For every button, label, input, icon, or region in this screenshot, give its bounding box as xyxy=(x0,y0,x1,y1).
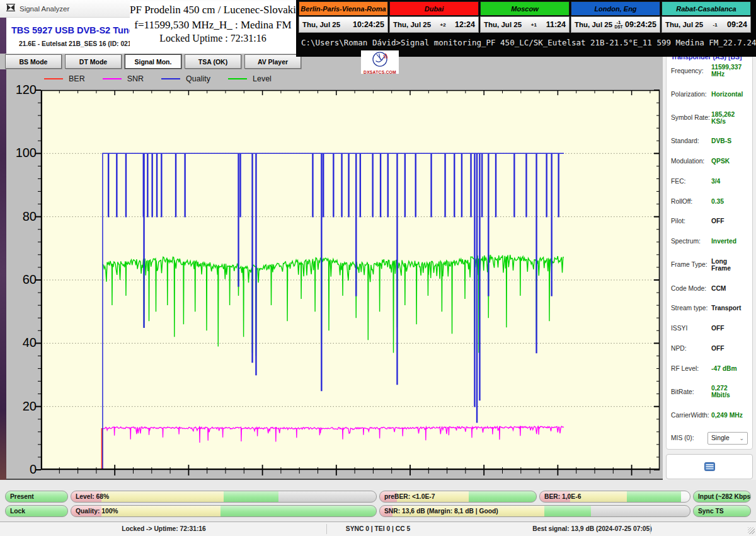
signal-bar-input-282-kbps-: Input (~282 Kbps) xyxy=(693,491,751,503)
tab-dt-mode[interactable]: DT Mode xyxy=(65,54,122,69)
dish-info-overlay: PF Prodelin 450 cm / Lucenec-Slovakia f=… xyxy=(130,1,296,54)
legend-label: BER xyxy=(69,74,85,83)
transponder-row: Modulation:QPSK xyxy=(671,158,748,165)
clock-city: Moscow xyxy=(480,1,570,16)
signal-plot xyxy=(41,90,660,470)
transponder-row-label: RF Level: xyxy=(671,365,699,372)
transponder-row-value: Inverted xyxy=(711,238,748,245)
transponder-list-button[interactable] xyxy=(666,454,753,479)
signal-bar-present: Present xyxy=(5,491,68,503)
legend-line xyxy=(44,78,63,79)
transponder-rows: Frequency:11599,337 MHzPolarization:Hori… xyxy=(671,64,748,445)
statusbar-best-signal: Best signal: 13,9 dB (2024-07-25 07:05) xyxy=(532,525,651,532)
console-line: C:\Users\Roman Dávid>Signal monitoring_P… xyxy=(301,38,756,47)
transponder-row-label: NPD: xyxy=(671,345,687,352)
clock-offset-dst: DST xyxy=(615,25,623,29)
legend-item: SNR xyxy=(103,74,144,83)
transponder-row-value: 3/4 xyxy=(711,178,748,185)
legend-item: Quality xyxy=(161,74,210,83)
transponder-row-label: Standard: xyxy=(671,137,699,144)
locked-uptime-line: Locked Uptime : 72:31:16 xyxy=(130,33,296,44)
clock-city-label: Dubai xyxy=(425,5,444,13)
transponder-row: Polarization:Horizontal xyxy=(671,91,748,98)
signal-bar-label: Quality: 100% xyxy=(76,508,118,515)
resize-grip[interactable] xyxy=(748,527,755,534)
y-tick-label: 20 xyxy=(6,399,37,414)
transponder-row: Frame Type:Long Frame xyxy=(671,258,748,272)
transponder-row-label: Frame Type: xyxy=(671,261,707,268)
transponder-row-value: Transport xyxy=(711,305,748,312)
clock-3: London, EngThu, Jul 25-1DST09:24:25 xyxy=(571,1,660,33)
clock-city-label: Moscow xyxy=(511,5,538,13)
transponder-row-value: 185,262 KS/s xyxy=(711,111,748,125)
clock-0: Berlin-Paris-Vienna-RomaThu, Jul 2510:24… xyxy=(299,1,388,33)
statusbar-uptime: Locked -> Uptime: 72:31:16 xyxy=(122,525,206,532)
chart-legend: BERSNRQualityLevel xyxy=(44,74,272,83)
transponder-row: Frequency:11599,337 MHz xyxy=(671,64,748,78)
chevron-down-icon: ⌄ xyxy=(739,435,744,441)
legend-item: Level xyxy=(228,74,272,83)
clock-1: DubaiThu, Jul 25+212:24 xyxy=(389,1,479,33)
transponder-row: RollOff:0.35 xyxy=(671,198,748,205)
legend-line xyxy=(103,78,122,79)
signal-bar-sync-ts: Sync TS xyxy=(693,505,751,517)
tab-signal-mon-[interactable]: Signal Mon. xyxy=(125,54,181,69)
mis-select[interactable]: Single⌄ xyxy=(707,432,748,445)
clock-date: Thu, Jul 25 xyxy=(575,21,612,28)
legend-line xyxy=(161,78,180,79)
clock-date: Thu, Jul 25 xyxy=(484,21,522,28)
transponder-row-value: OFF xyxy=(711,218,748,224)
legend-item: BER xyxy=(44,74,85,83)
transponder-row-label: BitRate: xyxy=(671,388,694,395)
transponder-row-value: 11599,337 MHz xyxy=(711,64,748,78)
frequency-line: f=11599,530 MHz_H_ : Medina FM xyxy=(130,19,296,32)
transponder-row-label: RollOff: xyxy=(671,198,692,205)
legend-label: Quality xyxy=(186,74,210,83)
y-tick-label: 80 xyxy=(6,209,37,224)
transponder-row: FEC:3/4 xyxy=(671,178,748,185)
signal-bar-label: Input (~282 Kbps) xyxy=(698,493,751,500)
transponder-row: Code Mode:CCM xyxy=(671,285,748,292)
chart-area: BERSNRQualityLevel 020406080100120 xyxy=(6,69,663,480)
signal-bar-label: SNR: 13,6 dB (Margin: 8,1 dB | Good) xyxy=(384,508,498,515)
signal-bar-ber: BER: 1,0E-6 xyxy=(539,491,690,503)
legend-label: Level xyxy=(253,74,272,83)
clock-city: Berlin-Paris-Vienna-Roma xyxy=(299,1,388,16)
transponder-row-value: Horizontal xyxy=(711,91,748,98)
clock-time: 10:24:25 xyxy=(353,20,384,29)
clock-time-row: Thu, Jul 25+111:24 xyxy=(480,16,570,33)
legend-line xyxy=(228,78,247,79)
mis-row: MIS (0):Single⌄ xyxy=(671,432,748,445)
y-tick-label: 100 xyxy=(6,146,37,160)
transponder-row-value: 0.35 xyxy=(711,198,748,205)
transponder-row: Stream type:Transport xyxy=(671,305,748,312)
signal-bar-label: Level: 68% xyxy=(76,493,109,500)
satellite-dish-icon xyxy=(372,51,388,67)
tab-bs-mode[interactable]: BS Mode xyxy=(5,54,62,69)
list-icon xyxy=(704,462,715,471)
signal-bar-label: BER: 1,0E-6 xyxy=(544,493,581,500)
window-left-border xyxy=(0,18,6,480)
transponder-row-value: OFF xyxy=(711,345,748,352)
transponder-row: ISSYIOFF xyxy=(671,325,748,332)
transponder-row-label: ISSYI xyxy=(671,325,687,332)
tab-tsa-ok-[interactable]: TSA (OK) xyxy=(185,54,241,69)
clock-utc-offset: +1 xyxy=(531,23,537,27)
clock-time-row: Thu, Jul 25-1DST09:24:25 xyxy=(571,16,660,33)
clock-time: 12:24 xyxy=(455,20,475,29)
signal-bar-label: preBER: <1.0E-7 xyxy=(384,493,435,500)
transponder-row-value: -47 dBm xyxy=(711,365,748,372)
transponder-row-label: Frequency: xyxy=(671,67,704,74)
transponder-row: Standard:DVB-S xyxy=(671,137,748,144)
signal-status-bars: PresentLevel: 68%preBER: <1.0E-7BER: 1,0… xyxy=(0,480,756,521)
signal-bar-snr: SNR: 13,6 dB (Margin: 8,1 dB | Good) xyxy=(379,505,690,517)
clocks-panel: Berlin-Paris-Vienna-RomaThu, Jul 2510:24… xyxy=(296,0,756,57)
tab-av-player[interactable]: AV Player xyxy=(244,54,301,69)
transponder-row-label: Modulation: xyxy=(671,158,704,165)
transponder-row-value: DVB-S xyxy=(711,137,748,144)
y-tick-label: 120 xyxy=(6,83,37,97)
tuner-name: TBS 5927 USB DVB-S2 Tuner xyxy=(11,25,137,35)
transponder-row: Pilot:OFF xyxy=(671,218,748,224)
transponder-card: Transponder (AS) [BS] Frequency:11599,33… xyxy=(666,54,753,450)
statusbar: Locked -> Uptime: 72:31:16 SYNC 0 | TEI … xyxy=(0,521,756,536)
